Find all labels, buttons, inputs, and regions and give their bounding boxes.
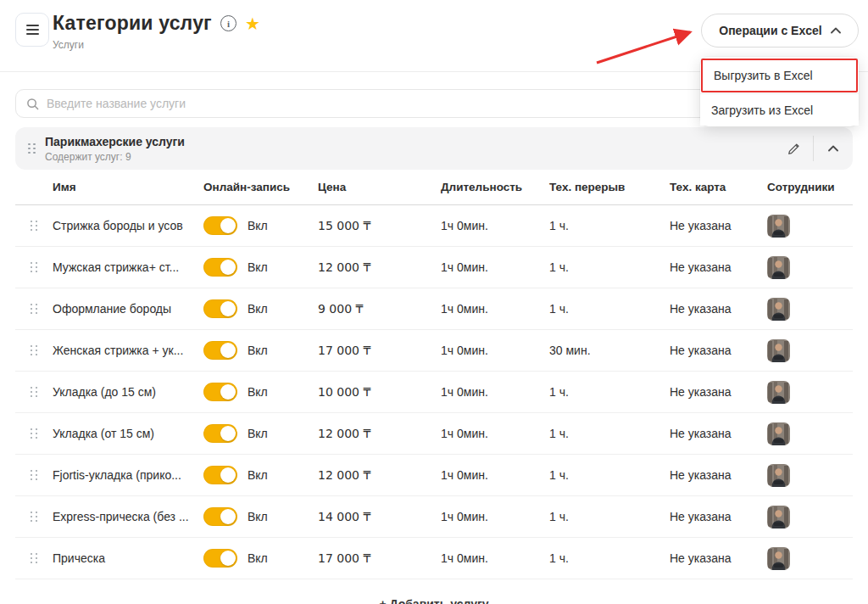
duration-cell: 1ч 0мин.: [441, 510, 549, 523]
tech-card-cell: Не указана: [670, 551, 767, 565]
col-header-duration: Длительность: [441, 181, 549, 193]
price-cell: 14 000 ₸: [318, 510, 441, 523]
table-row[interactable]: Мужская стрижка+ ст... Вкл 12 000 ₸ 1ч 0…: [15, 247, 853, 288]
online-toggle[interactable]: [203, 341, 237, 360]
price-cell: 17 000 ₸: [318, 344, 441, 357]
tech-card-cell: Не указана: [670, 219, 767, 232]
menu-item-export-excel[interactable]: Выгрузить в Excel: [701, 59, 858, 92]
tech-break-cell: 30 мин.: [549, 344, 670, 357]
online-toggle[interactable]: [203, 299, 237, 318]
service-name: Express-прическа (без ...: [53, 510, 203, 523]
table-row[interactable]: Прическа Вкл 17 000 ₸ 1ч 0мин. 1 ч. Не у…: [15, 538, 853, 579]
toggle-state-label: Вкл: [248, 468, 268, 482]
duration-cell: 1ч 0мин.: [441, 385, 549, 399]
toggle-state-label: Вкл: [248, 219, 268, 232]
category-name: Парикмахерские услуги: [45, 135, 185, 148]
service-categories-page: Категории услуг i ★ Услуги Операции с Ex…: [0, 0, 868, 604]
online-toggle[interactable]: [203, 424, 237, 443]
col-header-tech-card: Тех. карта: [670, 181, 767, 193]
online-toggle[interactable]: [203, 549, 237, 568]
favorite-star-icon[interactable]: ★: [245, 15, 260, 32]
service-name: Прическа: [53, 551, 203, 565]
toggle-state-label: Вкл: [248, 385, 268, 399]
tech-card-cell: Не указана: [670, 510, 767, 523]
duration-cell: 1ч 0мин.: [441, 344, 549, 357]
category-count: Содержит услуг: 9: [45, 151, 185, 163]
table-header-row: Имя Онлайн-запись Цена Длительность Тех.…: [15, 170, 853, 205]
excel-operations-button[interactable]: Операции с Excel: [701, 14, 859, 48]
tech-card-cell: Не указана: [670, 344, 767, 357]
duration-cell: 1ч 0мин.: [441, 468, 549, 482]
col-header-staff: Сотрудники: [767, 181, 853, 193]
drag-handle-icon[interactable]: [31, 262, 38, 273]
duration-cell: 1ч 0мин.: [441, 302, 549, 316]
toggle-state-label: Вкл: [248, 302, 268, 316]
toggle-state-label: Вкл: [248, 551, 268, 565]
service-name: Мужская стрижка+ ст...: [53, 260, 203, 274]
online-toggle[interactable]: [203, 383, 237, 401]
drag-handle-icon[interactable]: [31, 304, 38, 315]
table-row[interactable]: Укладка (до 15 см) Вкл 10 000 ₸ 1ч 0мин.…: [15, 372, 853, 413]
excel-operations-label: Операции с Excel: [719, 24, 821, 37]
tech-break-cell: 1 ч.: [549, 219, 670, 232]
service-name: Укладка (от 15 см): [53, 427, 203, 440]
table-row[interactable]: Оформлание бороды Вкл 9 000 ₸ 1ч 0мин. 1…: [15, 288, 853, 330]
info-icon[interactable]: i: [220, 15, 236, 31]
title-block: Категории услуг i ★ Услуги: [53, 12, 260, 51]
online-toggle[interactable]: [203, 216, 237, 235]
drag-handle-icon[interactable]: [31, 553, 38, 564]
chevron-up-icon: [828, 145, 838, 152]
toggle-state-label: Вкл: [248, 510, 268, 523]
drag-handle-icon[interactable]: [28, 143, 36, 154]
table-row[interactable]: Express-прическа (без ... Вкл 14 000 ₸ 1…: [15, 496, 853, 538]
hamburger-menu-button[interactable]: [15, 13, 49, 47]
drag-handle-icon[interactable]: [31, 470, 38, 481]
col-header-online: Онлайн-запись: [203, 181, 318, 193]
service-name: Женская стрижка + ук...: [53, 344, 203, 357]
online-toggle[interactable]: [203, 466, 237, 484]
menu-item-import-excel[interactable]: Загрузить из Excel: [700, 93, 859, 126]
tech-card-cell: Не указана: [670, 468, 767, 482]
service-name: Fjortis-укладка (прико...: [53, 468, 203, 482]
staff-avatar: [767, 215, 790, 238]
table-row[interactable]: Женская стрижка + ук... Вкл 17 000 ₸ 1ч …: [15, 330, 853, 372]
services-table: Стрижка бороды и усов Вкл 15 000 ₸ 1ч 0м…: [15, 205, 853, 579]
staff-avatar: [767, 506, 790, 528]
drag-handle-icon[interactable]: [31, 512, 38, 523]
drag-handle-icon[interactable]: [31, 428, 38, 439]
tech-card-cell: Не указана: [670, 427, 767, 440]
tech-break-cell: 1 ч.: [549, 302, 670, 316]
tech-card-cell: Не указана: [670, 302, 767, 316]
table-row[interactable]: Укладка (от 15 см) Вкл 12 000 ₸ 1ч 0мин.…: [15, 413, 853, 455]
add-service-button[interactable]: + Добавить услугу: [0, 597, 868, 604]
staff-avatar: [767, 422, 790, 445]
pencil-icon: [787, 142, 801, 156]
drag-handle-icon[interactable]: [31, 345, 38, 356]
tech-break-cell: 1 ч.: [549, 510, 670, 523]
breadcrumb: Услуги: [53, 39, 260, 51]
drag-handle-icon[interactable]: [31, 221, 38, 232]
chevron-up-icon: [831, 27, 841, 34]
collapse-category-button[interactable]: [814, 127, 853, 170]
tech-break-cell: 1 ч.: [549, 385, 670, 399]
staff-avatar: [767, 339, 790, 362]
service-name: Укладка (до 15 см): [53, 385, 203, 399]
edit-category-button[interactable]: [774, 127, 813, 170]
toggle-state-label: Вкл: [248, 260, 268, 274]
table-row[interactable]: Fjortis-укладка (прико... Вкл 12 000 ₸ 1…: [15, 455, 853, 496]
price-cell: 12 000 ₸: [318, 427, 441, 440]
tech-break-cell: 1 ч.: [549, 468, 670, 482]
price-cell: 17 000 ₸: [318, 551, 441, 565]
staff-avatar: [767, 547, 790, 570]
tech-break-cell: 1 ч.: [549, 551, 670, 565]
tech-break-cell: 1 ч.: [549, 427, 670, 440]
price-cell: 12 000 ₸: [318, 468, 441, 482]
duration-cell: 1ч 0мин.: [441, 219, 549, 232]
toggle-state-label: Вкл: [248, 344, 268, 357]
table-row[interactable]: Стрижка бороды и усов Вкл 15 000 ₸ 1ч 0м…: [15, 205, 853, 247]
duration-cell: 1ч 0мин.: [441, 260, 549, 274]
service-name: Оформлание бороды: [53, 302, 203, 316]
online-toggle[interactable]: [203, 507, 237, 526]
online-toggle[interactable]: [203, 258, 237, 277]
drag-handle-icon[interactable]: [31, 387, 38, 398]
